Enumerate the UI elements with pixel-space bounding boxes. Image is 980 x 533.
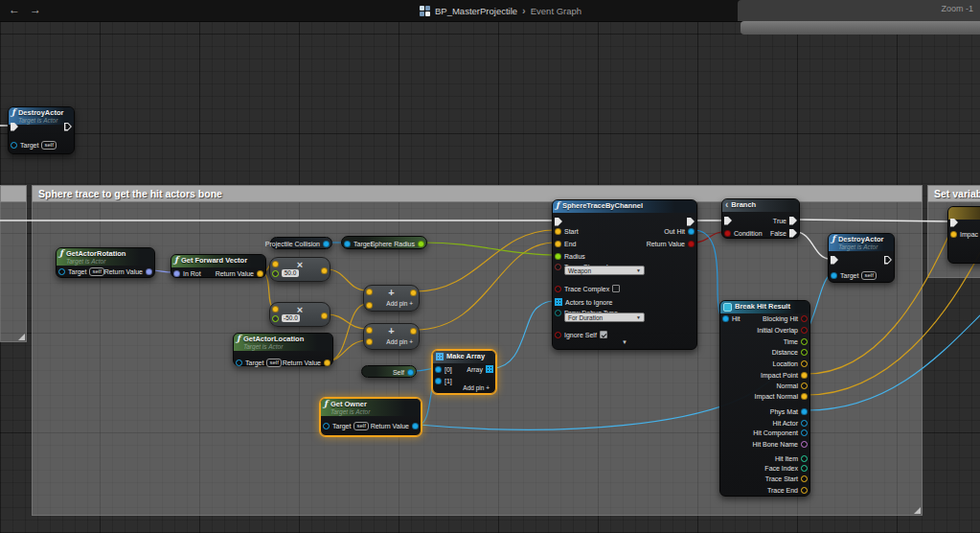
enum-dropdown[interactable]: Weapon▼ (564, 266, 645, 275)
node-get-sphere-radius[interactable]: TargetSphere Radius (341, 236, 427, 249)
self-reference-box[interactable]: self (861, 271, 876, 280)
vector-pin-icon[interactable] (366, 289, 373, 295)
pin-out-hit[interactable]: Out Hit (664, 226, 695, 236)
object-pin-icon[interactable] (435, 366, 442, 373)
pin-data[interactable] (366, 336, 373, 346)
pin-hit-actor[interactable]: Hit Actor (773, 418, 808, 428)
pin-target[interactable]: Targetself (831, 270, 877, 280)
node-multiply-2[interactable]: ×-50.0 (269, 302, 330, 327)
object-pin-icon[interactable] (407, 369, 414, 376)
pin-data[interactable] (366, 325, 373, 335)
checkbox[interactable] (612, 285, 620, 292)
vector-pin-icon[interactable] (555, 241, 561, 247)
node-break-hit-result[interactable]: Break Hit ResultHitBlocking HitInitial O… (719, 300, 810, 497)
vector-pin-icon[interactable] (801, 475, 808, 482)
pin-condition[interactable]: Condition (724, 228, 763, 238)
object-pin-icon[interactable] (344, 241, 351, 247)
object-pin-icon[interactable] (801, 429, 808, 436)
vector-pin-icon[interactable] (272, 306, 279, 313)
pin-face-index[interactable]: Face Index (764, 463, 808, 473)
object-pin-icon[interactable] (11, 142, 17, 149)
exec-pin-icon[interactable] (11, 123, 18, 131)
int-pin-icon[interactable] (801, 455, 808, 462)
pin-data[interactable] (366, 300, 373, 310)
pin-target[interactable]: Targetself (11, 140, 57, 150)
collapse-arrow-icon[interactable]: ▼ (553, 339, 696, 345)
value-field[interactable]: 50.0 (282, 269, 299, 277)
pin-target[interactable]: Targetself (323, 421, 369, 430)
pin-true[interactable]: True (773, 216, 797, 225)
pin-distance[interactable]: Distance (772, 347, 808, 357)
pin-exec[interactable] (687, 217, 695, 226)
self-reference-box[interactable]: self (353, 422, 368, 430)
object-pin-icon[interactable] (323, 423, 330, 429)
add-pin-button[interactable]: Add pin + (386, 338, 413, 345)
value-field[interactable]: -50.0 (282, 314, 300, 322)
rotator-pin-icon[interactable] (173, 270, 180, 277)
node-get-forward-vector[interactable]: ƒGet Forward VectorIn RotReturn Value (171, 254, 266, 278)
pin-time[interactable]: Time (784, 336, 808, 346)
pin-sphere-radius[interactable]: Sphere Radius (371, 239, 424, 248)
self-reference-box[interactable]: self (89, 267, 103, 276)
int-pin-icon[interactable] (801, 465, 808, 472)
object-pin-icon[interactable] (831, 272, 837, 279)
pin-data[interactable] (410, 288, 417, 297)
vector-pin-icon[interactable] (257, 270, 263, 277)
exec-pin-icon[interactable] (789, 229, 797, 238)
pin-hit-bone-name[interactable]: Hit Bone Name (753, 439, 808, 449)
pin-impac[interactable]: Impac (950, 229, 978, 239)
vector-pin-icon[interactable] (801, 372, 808, 379)
exec-pin-icon[interactable] (64, 123, 72, 131)
pin-ignore-self[interactable]: Ignore Self (555, 330, 607, 339)
float-pin-icon[interactable] (801, 338, 808, 345)
float-pin-icon[interactable] (418, 241, 424, 247)
exec-pin-icon[interactable] (789, 217, 797, 225)
pin-data[interactable] (272, 304, 279, 313)
pin-data[interactable]: -50.0 (272, 313, 300, 323)
node-getactorrotation[interactable]: ƒGetActorRotationTarget is ActorTargetse… (56, 247, 155, 278)
bool-pin-icon[interactable] (555, 332, 561, 338)
exec-pin-icon[interactable] (884, 256, 892, 265)
node-spheretracebychannel[interactable]: ƒSphereTraceByChannelStartOut HitEndRetu… (552, 199, 697, 350)
float-pin-icon[interactable] (272, 315, 279, 322)
pin-impact-point[interactable]: Impact Point (761, 370, 808, 380)
vector-pin-icon[interactable] (321, 313, 328, 319)
pin-end[interactable]: End (555, 239, 576, 248)
bool-pin-icon[interactable] (724, 230, 731, 237)
pin-data[interactable] (410, 326, 417, 336)
pin-return-value[interactable]: Return Value (371, 421, 419, 430)
pin-trace-end[interactable]: Trace End (767, 485, 808, 495)
node-make-array[interactable]: Make Array[0][1]ArrayAdd pin + (432, 350, 496, 394)
vector-pin-icon[interactable] (950, 231, 957, 238)
vector-pin-icon[interactable] (801, 382, 808, 389)
object-pin-icon[interactable] (688, 228, 695, 235)
pin-in-rot[interactable]: In Rot (173, 268, 201, 278)
bool-pin-icon[interactable] (801, 327, 808, 334)
node-destroyactor-1[interactable]: ƒDestroyActorTarget is ActorTargetself (8, 106, 75, 154)
enum_debug-pin-icon[interactable] (555, 310, 561, 316)
pin-normal[interactable]: Normal (776, 381, 808, 390)
pin-exec[interactable] (64, 122, 72, 131)
pin-array[interactable]: Array (467, 364, 493, 374)
node-branch[interactable]: ‹BranchTrueConditionFalse (721, 198, 800, 239)
pin-return-value[interactable]: Return Value (647, 239, 695, 248)
exec-pin-icon[interactable] (831, 256, 838, 265)
node-multiply-1[interactable]: ×50.0 (269, 257, 330, 282)
enum-dropdown[interactable]: For Duration▼ (564, 313, 645, 322)
bool-pin-icon[interactable] (688, 241, 695, 247)
pin-return-value[interactable]: Return Value (216, 268, 263, 278)
pin-hit[interactable]: Hit (722, 313, 741, 323)
node-self[interactable]: Self (361, 365, 417, 378)
pin-target[interactable]: Target (344, 239, 372, 248)
pin-projectile-collision[interactable]: Projectile Collision (265, 239, 330, 248)
vector-pin-icon[interactable] (366, 302, 373, 309)
object-pin-icon[interactable] (236, 359, 242, 366)
pin-radius[interactable]: Radius (555, 251, 585, 261)
pin-exec[interactable] (724, 216, 732, 225)
pin-trace-start[interactable]: Trace Start (765, 474, 808, 483)
exec-pin-icon[interactable] (687, 218, 695, 226)
pin-exec[interactable] (884, 255, 892, 265)
vector-pin-icon[interactable] (272, 261, 279, 267)
overlay-scrollbar[interactable] (741, 21, 980, 35)
object-pin-icon[interactable] (58, 268, 65, 275)
